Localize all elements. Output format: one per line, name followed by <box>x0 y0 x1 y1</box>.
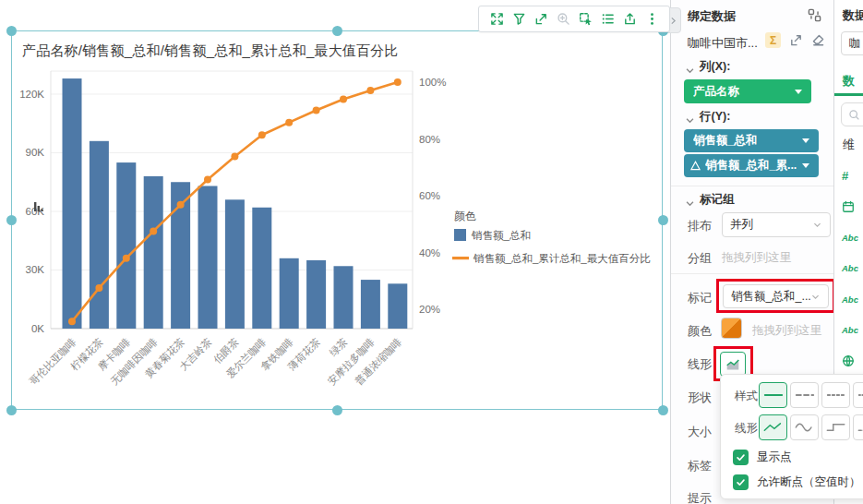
line-style-button[interactable] <box>720 352 746 377</box>
dataset-selector[interactable]: 咖 <box>841 31 863 55</box>
divider <box>671 186 834 186</box>
legend-line-swatch[interactable] <box>452 257 469 259</box>
caret-down-icon <box>802 138 809 143</box>
field-abc-icon[interactable]: Abc <box>842 290 863 308</box>
relation-icon[interactable] <box>808 8 821 26</box>
zoom-in-icon[interactable] <box>552 8 574 30</box>
legend-item-label[interactable]: 销售额_总和 <box>471 230 531 241</box>
transpose-icon[interactable] <box>789 33 803 47</box>
export-icon[interactable] <box>618 8 641 30</box>
dashboard-canvas[interactable]: 产品名称/销售额_总和/销售额_总和_累计总和_最大值百分比 0K30K60K9… <box>0 0 670 504</box>
bar-柠檬花茶[interactable] <box>90 141 109 329</box>
line-dashed-option[interactable] <box>790 382 819 408</box>
rows-section-label: 行(Y): <box>700 109 730 125</box>
color-dropzone[interactable]: 拖拽列到这里 <box>752 323 821 339</box>
bar-薄荷花茶[interactable] <box>306 260 326 329</box>
pareto-chart[interactable]: 0K30K60K90K120K20%40%60%80%100%哥伦比亚咖啡柠檬花… <box>12 65 662 409</box>
dataset-short-label: 咖 <box>849 36 861 52</box>
line-point[interactable] <box>258 131 266 138</box>
show-points-checkbox[interactable] <box>733 450 749 465</box>
tab-underline <box>834 93 863 96</box>
field-calendar-icon[interactable] <box>842 198 863 216</box>
chart-widget[interactable]: 产品名称/销售额_总和/销售额_总和_累计总和_最大值百分比 0K30K60K9… <box>12 31 662 409</box>
bar-伯爵茶[interactable] <box>225 199 245 329</box>
selection-handle[interactable] <box>332 405 342 415</box>
field-abc-icon[interactable]: Abc <box>842 259 863 278</box>
line-point[interactable] <box>123 255 130 262</box>
line-dotted-option[interactable] <box>821 382 850 408</box>
line-point[interactable] <box>204 175 211 183</box>
selection-handle[interactable] <box>6 405 17 415</box>
bar-普通浓缩咖啡[interactable] <box>388 283 407 329</box>
bar-爱尔兰咖啡[interactable] <box>252 208 271 329</box>
bar-绿茶[interactable] <box>334 266 354 329</box>
bar-拿铁咖啡[interactable] <box>280 258 299 329</box>
y-left-tick: 30K <box>26 264 45 275</box>
line-point[interactable] <box>394 78 402 86</box>
bar-哥伦比亚咖啡[interactable] <box>63 78 82 329</box>
bar-摩卡咖啡[interactable] <box>116 162 136 329</box>
bar-安摩拉多咖啡[interactable] <box>361 280 380 329</box>
group-dropzone[interactable]: 拖拽列到这里 <box>722 250 791 266</box>
line-solid-option[interactable] <box>759 382 787 408</box>
line-step-dashed-option[interactable] <box>853 414 863 440</box>
chevron-down-icon[interactable] <box>685 196 695 206</box>
eraser-icon[interactable] <box>811 33 825 47</box>
fields-panel-title: 数据 <box>843 7 863 24</box>
line-point[interactable] <box>313 106 320 114</box>
pill-sales-cumulative[interactable]: 销售额_总和_累... <box>684 154 819 177</box>
line-point[interactable] <box>150 227 157 234</box>
line-point[interactable] <box>285 119 293 126</box>
line-point[interactable] <box>68 318 76 325</box>
swap-axes-icon[interactable] <box>530 8 552 30</box>
dataset-name[interactable]: 咖啡中国市... <box>688 35 758 52</box>
shape-row-label: 线形 <box>735 421 758 437</box>
pill-product-name[interactable]: 产品名称 <box>684 79 811 103</box>
legend-item-label[interactable]: 销售额_总和_累计总和_最大值百分比 <box>473 253 651 264</box>
mark-select[interactable]: 销售额_总和_... <box>723 284 829 308</box>
size-label: 大小 <box>688 424 712 440</box>
legend-bar-swatch[interactable] <box>454 229 466 241</box>
sigma-icon[interactable]: Σ <box>765 32 781 48</box>
filter-icon[interactable] <box>508 8 530 30</box>
line-point[interactable] <box>177 201 185 209</box>
bar-大吉岭茶[interactable] <box>198 186 218 329</box>
y-left-tick: 0K <box>31 323 44 334</box>
line-smooth-option[interactable] <box>790 414 819 440</box>
arrange-select[interactable]: 并列 <box>722 212 831 237</box>
field-number-icon[interactable]: # <box>842 166 863 185</box>
bar-无咖啡因咖啡[interactable] <box>144 176 163 329</box>
mark-label: 标记 <box>688 290 712 306</box>
selection-handle[interactable] <box>658 215 668 225</box>
line-polyline-option[interactable] <box>759 414 787 440</box>
field-globe-icon[interactable] <box>842 352 863 370</box>
search-input[interactable] <box>841 102 863 126</box>
field-list-icon[interactable] <box>596 8 618 30</box>
allow-break-label: 允许断点（空值时） <box>757 474 861 490</box>
line-point[interactable] <box>231 153 238 161</box>
expand-icon[interactable] <box>485 8 508 30</box>
line-point[interactable] <box>95 284 102 292</box>
pill-sales-sum[interactable]: 销售额_总和 <box>684 129 819 152</box>
columns-section-label: 列(X): <box>700 59 730 75</box>
selection-handle[interactable] <box>332 26 342 36</box>
color-swatch[interactable] <box>721 318 742 339</box>
selection-handle[interactable] <box>6 215 17 225</box>
field-abc-icon[interactable]: Abc <box>842 321 863 340</box>
line-point[interactable] <box>366 87 374 94</box>
field-abc-icon[interactable]: Abc <box>842 228 863 246</box>
chevron-down-icon[interactable] <box>685 63 695 73</box>
selection-handle[interactable] <box>6 26 17 36</box>
line-step-option[interactable] <box>821 414 850 440</box>
area-select-icon[interactable] <box>574 8 596 30</box>
line-dotted-fine-option[interactable] <box>853 382 863 408</box>
tab-data[interactable]: 数 <box>843 73 855 90</box>
marks-section-label: 标记组 <box>700 192 735 208</box>
selection-handle[interactable] <box>658 405 668 415</box>
line-point[interactable] <box>340 95 347 102</box>
more-icon[interactable] <box>641 8 663 30</box>
search-icon <box>848 109 860 121</box>
allow-break-checkbox[interactable] <box>733 474 749 490</box>
x-tick-label: 哥伦比亚咖啡 <box>27 336 78 387</box>
chevron-down-icon[interactable] <box>685 113 695 123</box>
